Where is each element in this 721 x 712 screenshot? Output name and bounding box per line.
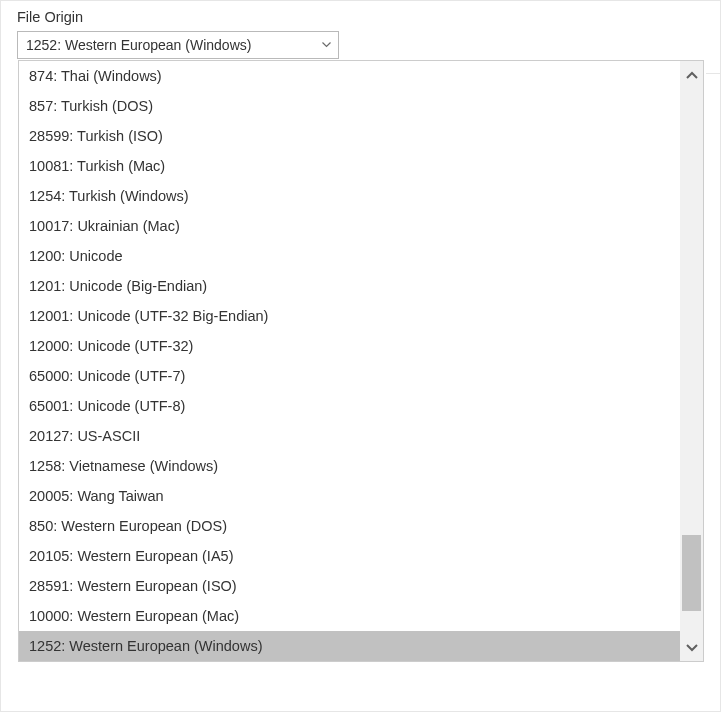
file-origin-combo[interactable]: 1252: Western European (Windows) — [17, 31, 339, 59]
scrollbar-thumb[interactable] — [682, 535, 701, 611]
dropdown-option[interactable]: 12000: Unicode (UTF-32) — [19, 331, 680, 361]
dropdown-option[interactable]: 1252: Western European (Windows) — [19, 631, 680, 661]
chevron-down-icon — [314, 42, 338, 48]
dropdown-list: 874: Thai (Windows)857: Turkish (DOS)285… — [19, 61, 680, 661]
divider — [706, 73, 720, 74]
scrollbar-track[interactable] — [680, 89, 703, 633]
file-origin-selected-value: 1252: Western European (Windows) — [18, 37, 314, 53]
dropdown-option[interactable]: 10081: Turkish (Mac) — [19, 151, 680, 181]
dropdown-option[interactable]: 1200: Unicode — [19, 241, 680, 271]
dropdown-option[interactable]: 28591: Western European (ISO) — [19, 571, 680, 601]
dropdown-option[interactable]: 850: Western European (DOS) — [19, 511, 680, 541]
dropdown-option[interactable]: 65000: Unicode (UTF-7) — [19, 361, 680, 391]
scrollbar[interactable] — [680, 61, 703, 661]
dropdown-option[interactable]: 874: Thai (Windows) — [19, 61, 680, 91]
dropdown-option[interactable]: 857: Turkish (DOS) — [19, 91, 680, 121]
dropdown-option[interactable]: 20005: Wang Taiwan — [19, 481, 680, 511]
dropdown-option[interactable]: 12001: Unicode (UTF-32 Big-Endian) — [19, 301, 680, 331]
scroll-up-button[interactable] — [680, 61, 703, 89]
file-origin-panel: File Origin 1252: Western European (Wind… — [0, 0, 721, 712]
file-origin-dropdown: 874: Thai (Windows)857: Turkish (DOS)285… — [18, 60, 704, 662]
dropdown-option[interactable]: 1254: Turkish (Windows) — [19, 181, 680, 211]
dropdown-option[interactable]: 65001: Unicode (UTF-8) — [19, 391, 680, 421]
dropdown-option[interactable]: 28599: Turkish (ISO) — [19, 121, 680, 151]
dropdown-option[interactable]: 20105: Western European (IA5) — [19, 541, 680, 571]
dropdown-option[interactable]: 1258: Vietnamese (Windows) — [19, 451, 680, 481]
file-origin-label: File Origin — [17, 9, 704, 25]
dropdown-option[interactable]: 20127: US-ASCII — [19, 421, 680, 451]
dropdown-option[interactable]: 1201: Unicode (Big-Endian) — [19, 271, 680, 301]
dropdown-option[interactable]: 10000: Western European (Mac) — [19, 601, 680, 631]
scroll-down-button[interactable] — [680, 633, 703, 661]
dropdown-option[interactable]: 10017: Ukrainian (Mac) — [19, 211, 680, 241]
